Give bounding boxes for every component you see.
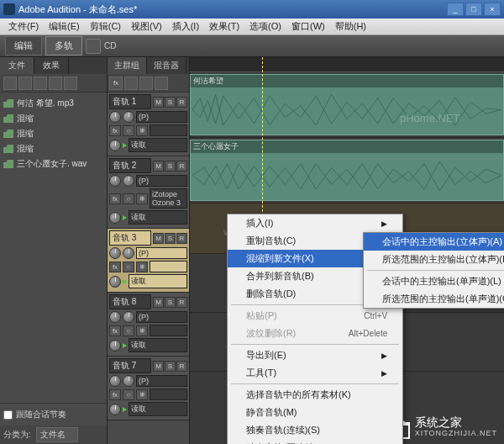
send-knob[interactable] xyxy=(109,140,121,151)
wave-track-2[interactable]: 三个心愿女子 xyxy=(190,138,504,204)
tab-files[interactable]: 文件 xyxy=(0,57,34,74)
fx-slot[interactable] xyxy=(150,261,187,272)
fx-button[interactable]: fx xyxy=(109,262,121,272)
file-item[interactable]: 三个心愿女子. wav xyxy=(3,156,103,172)
route-select[interactable]: 读取 xyxy=(129,210,187,225)
track-r-button[interactable]: R xyxy=(176,297,187,308)
menu-item[interactable]: 会话中的主控输出(单声道)(L) xyxy=(364,272,504,290)
fx-slot[interactable] xyxy=(150,388,187,400)
fx-button[interactable]: fx xyxy=(109,193,121,204)
close-file-icon[interactable] xyxy=(18,77,32,90)
file-item[interactable]: 混缩 xyxy=(3,141,103,156)
menu-item[interactable]: 工具(T)▶ xyxy=(228,364,402,382)
expand-icon[interactable] xyxy=(155,77,168,90)
menu-view[interactable]: 视图(V) xyxy=(126,20,167,33)
send-knob[interactable] xyxy=(109,404,121,415)
menu-item[interactable]: 独奏音轨(连续)(S) xyxy=(228,421,402,439)
import-icon[interactable] xyxy=(3,77,17,90)
track-s-button[interactable]: S xyxy=(165,233,176,244)
menu-item[interactable]: 独奏音轨(不连续)(L) xyxy=(228,439,402,444)
route-select[interactable]: 读取 xyxy=(129,402,187,416)
tab-mixer[interactable]: 混音器 xyxy=(147,57,186,74)
menu-item[interactable]: 选择音轨中的所有素材(K) xyxy=(228,386,402,404)
eq-icon[interactable] xyxy=(139,77,153,90)
file-item[interactable]: 混缩 xyxy=(3,111,103,126)
fx-slot[interactable] xyxy=(150,325,187,336)
fx-button[interactable]: fx xyxy=(109,125,121,136)
volume-knob[interactable] xyxy=(109,175,121,187)
power-button[interactable]: ○ xyxy=(123,389,134,400)
track-s-button[interactable]: S xyxy=(165,97,176,108)
track-m-button[interactable]: M xyxy=(153,161,164,172)
volume-knob[interactable] xyxy=(109,111,121,123)
track-name[interactable]: 音轨 8 xyxy=(109,294,151,309)
freeze-button[interactable]: ❄ xyxy=(136,325,148,336)
track-strip[interactable]: 音轨 1 MSR (P) fx ○ ❄ 读取 xyxy=(108,92,189,156)
track-m-button[interactable]: M xyxy=(153,233,164,244)
edit-icon[interactable] xyxy=(34,77,47,90)
fx-slot[interactable]: iZotope Ozone 3 xyxy=(150,188,187,209)
menu-item[interactable]: 导出到(E)▶ xyxy=(228,346,402,364)
track-strip[interactable]: 音轨 7 MSR (P) fx ○ ❄ 读取 xyxy=(108,357,189,420)
volume-knob[interactable] xyxy=(109,247,121,259)
cd-icon[interactable] xyxy=(86,39,101,54)
volume-knob[interactable] xyxy=(109,311,121,323)
track-name[interactable]: 音轨 7 xyxy=(109,358,151,373)
freeze-button[interactable]: ❄ xyxy=(136,262,148,272)
follow-session-checkbox[interactable]: 跟随合话节奏 xyxy=(0,403,107,426)
power-button[interactable]: ○ xyxy=(123,193,134,204)
timeline[interactable] xyxy=(190,57,504,72)
send-knob[interactable] xyxy=(109,276,121,288)
send-icon[interactable] xyxy=(124,77,138,90)
track-r-button[interactable]: R xyxy=(176,233,187,244)
power-button[interactable]: ○ xyxy=(123,262,134,272)
tab-cd[interactable]: CD xyxy=(104,41,116,50)
menu-item[interactable]: 所选范围的主控输出(立体声)(R) xyxy=(364,251,504,268)
track-strip[interactable]: 音轨 8 MSR (P) fx ○ ❄ 读取 xyxy=(108,293,189,357)
menu-item[interactable]: 静音音轨(M) xyxy=(228,404,402,421)
menu-insert[interactable]: 插入(I) xyxy=(167,20,204,33)
track-name[interactable]: 音轨 3 xyxy=(109,230,151,246)
pan-knob[interactable] xyxy=(123,175,134,187)
fx-button[interactable]: fx xyxy=(109,389,121,400)
file-item[interactable]: 何洁 希望. mp3 xyxy=(3,96,103,111)
insert-icon[interactable] xyxy=(49,77,62,90)
track-m-button[interactable]: M xyxy=(153,297,164,308)
menu-effects[interactable]: 效果(T) xyxy=(204,20,244,33)
maximize-button[interactable]: □ xyxy=(465,3,482,16)
fx-slot[interactable] xyxy=(150,124,187,136)
track-m-button[interactable]: M xyxy=(153,97,164,108)
checkbox[interactable] xyxy=(3,410,13,420)
route-select[interactable]: 读取 xyxy=(129,138,187,152)
track-input[interactable]: (P) xyxy=(136,311,187,323)
file-item[interactable]: 混缩 xyxy=(3,126,103,141)
menu-item[interactable]: 会话中的主控输出(立体声)(A) xyxy=(364,233,504,251)
tab-main-group[interactable]: 主群组 xyxy=(108,57,147,74)
send-knob[interactable] xyxy=(109,340,121,352)
track-s-button[interactable]: S xyxy=(165,161,176,172)
track-m-button[interactable]: M xyxy=(153,361,164,372)
menu-item[interactable]: 插入(I)▶ xyxy=(228,214,402,232)
track-input[interactable]: (P) xyxy=(136,375,187,387)
pan-knob[interactable] xyxy=(123,247,134,259)
menu-window[interactable]: 窗口(W) xyxy=(286,20,330,33)
tab-multitrack[interactable]: 多轨 xyxy=(45,36,82,56)
menu-options[interactable]: 选项(O) xyxy=(244,20,286,33)
track-s-button[interactable]: S xyxy=(165,361,176,372)
power-button[interactable]: ○ xyxy=(123,325,134,336)
menu-item[interactable]: 所选范围的主控输出(单声道)(G) xyxy=(364,290,504,308)
wave-track-1[interactable]: 何洁希望 xyxy=(190,72,504,138)
freeze-button[interactable]: ❄ xyxy=(136,125,148,136)
freeze-button[interactable]: ❄ xyxy=(136,389,148,400)
track-name[interactable]: 音轨 1 xyxy=(109,94,151,109)
track-input[interactable]: (P) xyxy=(136,175,187,187)
menu-edit[interactable]: 编辑(E) xyxy=(44,20,85,33)
menu-file[interactable]: 文件(F) xyxy=(3,20,44,33)
route-select[interactable]: 读取 xyxy=(129,274,187,288)
menu-clip[interactable]: 剪辑(C) xyxy=(85,20,126,33)
track-r-button[interactable]: R xyxy=(176,161,187,172)
sort-select[interactable]: 文件名 xyxy=(36,427,78,442)
track-strip[interactable]: 音轨 3 MSR (P) fx ○ ❄ 读取 xyxy=(108,229,189,293)
options-icon[interactable] xyxy=(64,77,77,90)
menu-help[interactable]: 帮助(H) xyxy=(330,20,371,33)
